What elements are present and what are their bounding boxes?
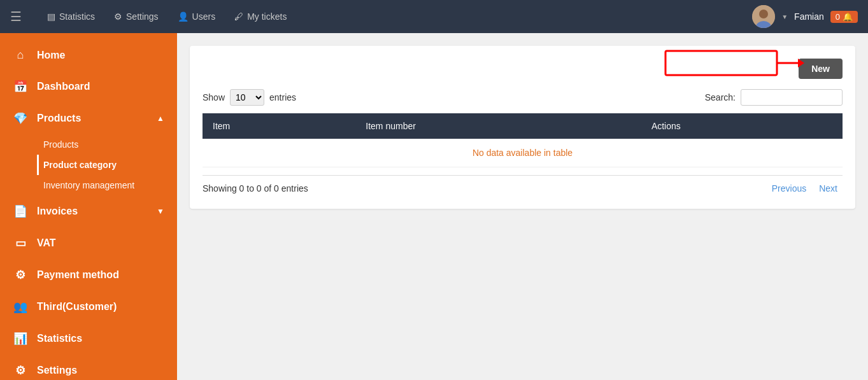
nav-settings[interactable]: ⚙ Settings [114,11,159,22]
arrow-annotation [664,39,804,78]
entries-select[interactable]: 10 25 50 100 [230,89,264,106]
sidebar-item-payment[interactable]: ⚙ Payment method [0,259,177,291]
search-label: Search: [705,92,736,102]
sidebar-third-label: Third(Customer) [37,301,117,313]
sidebar-vat-label: VAT [37,237,56,249]
sidebar-sub-product-category[interactable]: Product category [37,155,177,175]
settings-sidebar-icon: ⚙ [13,363,28,377]
new-button[interactable]: New [799,59,843,79]
sidebar-item-third[interactable]: 👥 Third(Customer) [0,291,177,323]
main-content: New Show 10 25 50 100 entries Search: [177,33,868,380]
col-item: Item [203,113,355,139]
previous-button[interactable]: Previous [767,181,811,196]
sidebar-sub-products[interactable]: Products [37,134,177,155]
col-item-number: Item number [355,113,641,139]
pagination-buttons: Previous Next [767,181,843,196]
sidebar-item-settings[interactable]: ⚙ Settings [0,355,177,380]
nav-mytickets[interactable]: 🖋 My tickets [234,11,287,22]
bell-icon: 🔔 [843,12,853,22]
sidebar-item-vat[interactable]: ▭ VAT [0,227,177,259]
content-card: New Show 10 25 50 100 entries Search: [190,46,855,209]
sidebar-statistics-label: Statistics [37,333,82,344]
sidebar-item-invoices[interactable]: 📄 Invoices ▼ [0,195,177,227]
sidebar-settings-label: Settings [37,365,77,376]
invoices-chevron-icon: ▼ [157,207,164,216]
svg-rect-3 [665,51,777,75]
data-table: Item Item number Actions No data availab… [203,113,843,167]
table-body: No data available in table [203,139,843,167]
user-chevron-icon: ▼ [781,13,788,20]
avatar[interactable] [752,5,775,28]
products-icon: 💎 [13,111,28,125]
search-right: Search: [705,89,843,106]
show-entries-left: Show 10 25 50 100 entries [203,89,296,106]
statistics-sidebar-icon: 📊 [13,332,28,346]
empty-message: No data available in table [203,139,843,167]
layout: ⌂ Home 📅 Dashboard 💎 Products ▲ Products… [0,33,868,380]
sidebar: ⌂ Home 📅 Dashboard 💎 Products ▲ Products… [0,33,177,380]
sidebar-products-label: Products [37,113,81,124]
entries-label: entries [269,92,296,102]
hamburger-menu[interactable]: ☰ [10,9,22,24]
empty-row: No data available in table [203,139,843,167]
settings-icon: ⚙ [114,11,122,22]
tickets-icon: 🖋 [234,11,243,22]
third-icon: 👥 [13,300,28,314]
sidebar-item-home[interactable]: ⌂ Home [0,39,177,71]
statistics-icon: ▤ [47,11,55,22]
sidebar-item-dashboard[interactable]: 📅 Dashboard [0,71,177,102]
users-icon: 👤 [178,11,189,22]
payment-icon: ⚙ [13,268,28,282]
sidebar-sub-inventory[interactable]: Inventory management [37,175,177,195]
nav-users[interactable]: 👤 Users [178,11,216,22]
next-button[interactable]: Next [814,181,843,196]
toolbar-row: New [203,59,843,79]
top-nav: ☰ ▤ Statistics ⚙ Settings 👤 Users 🖋 My t… [0,0,868,33]
sidebar-invoices-label: Invoices [37,206,78,217]
dashboard-icon: 📅 [13,80,28,94]
nav-statistics[interactable]: ▤ Statistics [47,11,95,22]
notification-badge[interactable]: 0 🔔 [830,11,858,23]
search-input[interactable] [741,89,843,106]
username-label: Famian [794,11,824,22]
nav-links: ▤ Statistics ⚙ Settings 👤 Users 🖋 My tic… [47,11,752,22]
svg-point-1 [759,10,768,18]
pagination-row: Showing 0 to 0 of 0 entries Previous Nex… [203,175,843,196]
home-icon: ⌂ [13,48,28,62]
table-header: Item Item number Actions [203,113,843,139]
sidebar-dashboard-label: Dashboard [37,81,90,92]
user-section: ▼ Famian 0 🔔 [752,5,858,28]
vat-icon: ▭ [13,236,28,250]
col-actions: Actions [641,113,843,139]
sidebar-item-products[interactable]: 💎 Products ▲ [0,102,177,134]
show-label: Show [203,92,225,102]
invoices-icon: 📄 [13,204,28,218]
show-row: Show 10 25 50 100 entries Search: [203,89,843,106]
products-chevron-icon: ▲ [157,114,164,123]
sidebar-home-label: Home [37,50,65,61]
sidebar-payment-label: Payment method [37,269,119,281]
sidebar-products-submenu: Products Product category Inventory mana… [0,134,177,195]
sidebar-item-statistics[interactable]: 📊 Statistics [0,323,177,355]
showing-text: Showing 0 to 0 of 0 entries [203,183,308,194]
